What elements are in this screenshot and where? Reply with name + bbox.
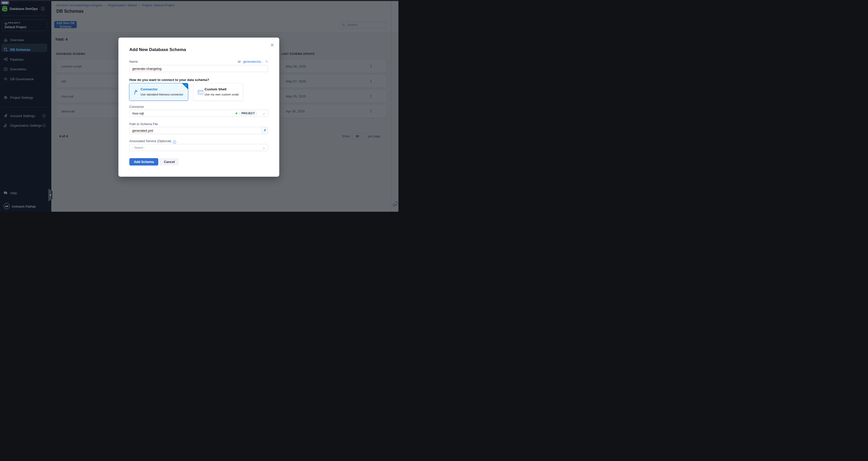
org-gear-icon xyxy=(4,123,8,127)
governance-gear-icon xyxy=(4,77,8,81)
sidebar-item-label: DB Governance xyxy=(10,77,34,81)
connect-question: How do you want to connect to your data … xyxy=(129,78,209,82)
connector-arrows-icon xyxy=(134,89,139,95)
sidebar-item-db-governance[interactable]: DB Governance xyxy=(0,75,51,83)
option-card-custom-shell[interactable]: Custom Shell Use my own custom script xyxy=(193,83,243,101)
sidebar-item-label: Executions xyxy=(10,67,26,71)
name-value: generate-changelog xyxy=(132,67,162,71)
sidebar-item-pipelines[interactable]: Pipelines xyxy=(0,56,51,63)
app-title: Database DevOps xyxy=(10,7,38,11)
info-icon[interactable]: i xyxy=(42,114,46,118)
cancel-button[interactable]: Cancel xyxy=(160,158,179,166)
sidebar-item-label: Project Settings xyxy=(10,96,33,100)
app-grid-icon[interactable] xyxy=(41,7,45,11)
db-schema-icon xyxy=(4,47,8,52)
pipelines-icon xyxy=(4,57,8,61)
sidebar-item-label: Account Settings xyxy=(10,114,35,118)
svg-text:?: ? xyxy=(5,192,6,193)
info-icon[interactable]: i xyxy=(173,140,176,144)
chevron-down-icon: ⌄ xyxy=(262,146,265,150)
project-name: Default Project xyxy=(5,25,26,29)
home-icon xyxy=(4,38,8,42)
database-devops-logo-icon xyxy=(1,5,8,12)
sidebar-item-label: Overview xyxy=(10,38,24,42)
check-icon: ✓ xyxy=(185,84,187,86)
executions-icon xyxy=(4,67,8,71)
sidebar-item-executions[interactable]: Executions xyxy=(0,65,51,73)
sidebar-item-overview[interactable]: Overview xyxy=(0,36,51,44)
gear-icon xyxy=(4,95,8,100)
add-schema-modal: ✕ Add New Database Schema Name Id : gene… xyxy=(118,38,279,177)
connector-select[interactable]: mux-sql PROJECT ⌄ xyxy=(129,110,268,117)
sidebar-item-help[interactable]: ? Help xyxy=(0,189,51,197)
path-input[interactable]: generated.yml xyxy=(129,127,268,134)
sidebar-item-label: Organization Settings xyxy=(10,124,42,127)
path-value: generated.yml xyxy=(132,129,153,133)
service-placeholder: - Select - xyxy=(132,146,145,150)
id-value-link[interactable]: generatecha... xyxy=(243,60,264,63)
sidebar-item-db-schemas[interactable]: DB Schemas xyxy=(0,46,51,53)
pin-icon xyxy=(263,129,266,132)
sidebar-item-organization-settings[interactable]: Organization Settings i xyxy=(0,122,51,129)
avatar[interactable]: AP xyxy=(4,203,10,209)
collapse-arrow-icon: ◀ xyxy=(50,194,51,196)
service-label-text: Associated Service (Optional) xyxy=(129,139,171,143)
layers-gear-icon xyxy=(4,114,8,118)
pin-segment[interactable] xyxy=(261,127,268,134)
sidebar-divider xyxy=(2,107,47,107)
chevron-down-icon: ⌄ xyxy=(262,111,265,115)
sidebar: NEW Database DevOps xyxy=(0,0,51,212)
connector-label: Connector xyxy=(129,105,144,109)
info-icon[interactable]: i xyxy=(42,124,46,127)
option-title: Custom Shell xyxy=(205,87,226,91)
help-chat-icon: ? xyxy=(4,191,8,195)
option-subtitle: Use my own custom script xyxy=(205,93,239,96)
name-input[interactable]: generate-changelog xyxy=(129,65,268,72)
option-subtitle: Use standard Harness connector xyxy=(141,93,183,96)
user-name[interactable]: Animesh Pathak xyxy=(12,205,36,208)
sidebar-item-label: Pipelines xyxy=(10,58,24,61)
terminal-icon xyxy=(198,90,203,95)
sidebar-item-label: DB Schemas xyxy=(10,48,30,52)
project-selector[interactable]: PROJECT Default Project › xyxy=(2,20,47,31)
sidebar-item-account-settings[interactable]: Account Settings i xyxy=(0,112,51,120)
modal-title: Add New Database Schema xyxy=(129,47,186,52)
connector-status-dot xyxy=(236,112,237,114)
sidebar-item-project-settings[interactable]: Project Settings xyxy=(0,94,51,101)
project-label: PROJECT xyxy=(8,22,21,24)
service-select[interactable]: - Select - ⌄ xyxy=(129,144,268,151)
scope-badge: PROJECT xyxy=(239,111,257,116)
service-label: Associated Service (Optional)i xyxy=(129,139,176,144)
connector-value: mux-sql xyxy=(132,111,144,115)
cube-icon xyxy=(5,22,7,24)
path-label: Path to Schema File xyxy=(129,122,158,126)
add-schema-button[interactable]: Add Schema xyxy=(129,158,158,166)
option-title: Connector xyxy=(141,87,158,91)
id-label: Id : xyxy=(238,60,242,63)
new-badge: NEW xyxy=(1,1,9,5)
close-icon[interactable]: ✕ xyxy=(270,42,274,48)
edit-pencil-icon[interactable]: ✎ xyxy=(266,60,268,63)
entity-id-row: Id : generatecha... ✎ xyxy=(118,60,268,63)
option-card-connector[interactable]: Connector Use standard Harness connector… xyxy=(129,83,188,101)
app-root: NEW Database DevOps xyxy=(0,0,398,212)
sidebar-item-label: Help xyxy=(10,191,17,195)
